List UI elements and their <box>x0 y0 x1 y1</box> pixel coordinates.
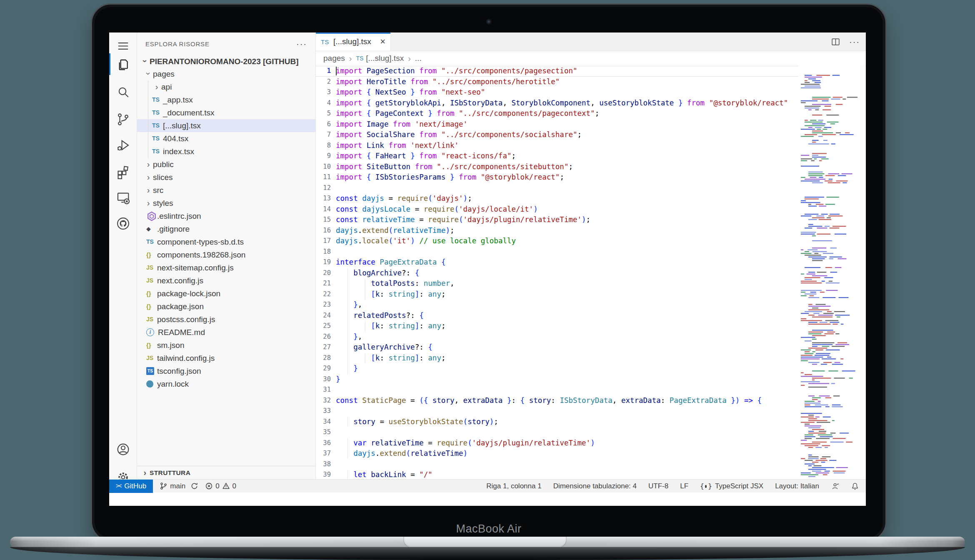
breadcrumb-item-file[interactable]: [...slug].tsx <box>366 54 404 63</box>
tree-item[interactable]: {}sm.json <box>137 339 315 352</box>
code-line[interactable]: 3import { NextSeo } from "next-seo" <box>316 87 798 98</box>
split-editor-icon[interactable] <box>830 37 841 47</box>
explorer-more-actions-icon[interactable]: ··· <box>296 42 307 46</box>
code-line[interactable]: 27 galleryArchive?: { <box>316 342 798 353</box>
tree-item[interactable]: TScomponent-types-sb.d.ts <box>137 235 315 248</box>
tree-item[interactable]: ›styles <box>137 197 315 210</box>
code-line[interactable]: 13const dayjs = require('dayjs'); <box>316 193 798 204</box>
tree-item[interactable]: {}package.json <box>137 300 315 313</box>
code-line[interactable]: 5import { PageContext } from "../src/com… <box>316 108 798 119</box>
tree-item[interactable]: {}package-lock.json <box>137 287 315 300</box>
tree-item[interactable]: ›pages <box>137 68 315 80</box>
code-line[interactable]: 35 <box>316 427 798 438</box>
code-line[interactable]: 1import PageSection from "../src/compone… <box>316 66 798 77</box>
braces-icon: { } <box>700 482 712 490</box>
tree-item[interactable]: {}components.198268.json <box>137 248 315 261</box>
github-icon[interactable] <box>109 213 137 233</box>
explorer-icon[interactable] <box>109 55 137 75</box>
code-line[interactable]: 39 let backLink = "/" <box>316 470 798 480</box>
encoding[interactable]: UTF-8 <box>648 482 668 490</box>
code-line[interactable]: 10import SiteButton from "../src/compone… <box>316 162 798 172</box>
source-control-icon[interactable] <box>109 109 137 129</box>
problems-item[interactable]: 0 0 <box>205 482 236 490</box>
code-area[interactable]: 1import PageSection from "../src/compone… <box>316 66 866 492</box>
code-line[interactable]: 34 story = useStoryblokState(story); <box>316 417 798 428</box>
tree-item[interactable]: TS_app.tsx <box>137 93 315 106</box>
code-line[interactable]: 17dayjs.locale('it') // use locale globa… <box>316 236 798 247</box>
code-line[interactable]: 9import { FaHeart } from "react-icons/fa… <box>316 151 798 162</box>
code-line[interactable]: 19interface PageExtraData { <box>316 257 798 268</box>
remote-explorer-icon[interactable] <box>109 188 137 208</box>
tree-item[interactable]: .eslintrc.json <box>137 210 315 222</box>
code-line[interactable]: 22 [k: string]: any; <box>316 289 798 300</box>
code-line[interactable]: 8import Link from 'next/link' <box>316 140 798 151</box>
remote-button[interactable]: >< GitHub <box>109 480 153 493</box>
extensions-icon[interactable] <box>109 162 137 182</box>
section-struttura[interactable]: › STRUTTURA <box>137 466 315 479</box>
tab-close-icon[interactable]: × <box>378 36 385 47</box>
sync-icon[interactable] <box>190 482 198 490</box>
code-line[interactable]: 31 <box>316 385 798 395</box>
feedback-icon[interactable] <box>831 482 839 490</box>
code-line[interactable]: 26 }, <box>316 332 798 342</box>
code-line[interactable]: 7import SocialShare from "../src/compone… <box>316 130 798 140</box>
code-line[interactable]: 33 <box>316 406 798 417</box>
tab-size[interactable]: Dimensione tabulazione: 4 <box>553 482 637 490</box>
tree-item[interactable]: ◆.gitignore <box>137 222 315 235</box>
code-line[interactable]: 38 <box>316 459 798 470</box>
tree-item[interactable]: TS[...slug].tsx <box>137 119 315 132</box>
tree-item[interactable]: ›slices <box>137 171 315 184</box>
line-number: 21 <box>316 278 331 289</box>
tree-item[interactable]: ›api <box>137 80 315 93</box>
code-line[interactable]: 32const StaticPage = ({ story, extraData… <box>316 395 798 406</box>
code-line[interactable]: 37 dayjs.extend(relativeTime) <box>316 448 798 459</box>
run-debug-icon[interactable] <box>109 135 137 155</box>
menu-icon[interactable] <box>109 36 137 56</box>
code-line[interactable]: 15const relativeTime = require('dayjs/pl… <box>316 215 798 225</box>
editor-more-actions-icon[interactable]: ··· <box>849 40 860 44</box>
tree-item[interactable]: ›public <box>137 158 315 171</box>
code-line[interactable]: 23 }, <box>316 300 798 310</box>
breadcrumb-item-symbol[interactable]: ... <box>415 54 422 63</box>
code-line[interactable]: 12 <box>316 183 798 194</box>
search-icon[interactable] <box>109 82 137 102</box>
vertical-scrollbar[interactable] <box>860 66 866 492</box>
code-line[interactable]: 24 relatedPosts?: { <box>316 310 798 321</box>
bell-icon[interactable] <box>851 482 859 490</box>
language-mode[interactable]: { } TypeScript JSX <box>700 482 763 490</box>
eol[interactable]: LF <box>680 482 688 490</box>
tree-item[interactable]: TS_document.tsx <box>137 106 315 119</box>
tree-item[interactable]: JStailwind.config.js <box>137 352 315 365</box>
code-line[interactable]: 29 } <box>316 363 798 374</box>
code-line[interactable]: 4import { getStoryblokApi, ISbStoryData,… <box>316 98 798 109</box>
tree-item[interactable]: TSindex.tsx <box>137 145 315 158</box>
tree-item[interactable]: TStsconfig.json <box>137 365 315 378</box>
code-line[interactable]: 25 [k: string]: any; <box>316 321 798 332</box>
code-line[interactable]: 21 totalPosts: number, <box>316 278 798 289</box>
tree-item[interactable]: ›src <box>137 184 315 197</box>
code-line[interactable]: 2import HeroTitle from "../src/component… <box>316 77 798 88</box>
code-line[interactable]: 14const dajysLocale = require('dayjs/loc… <box>316 204 798 215</box>
code-line[interactable]: 30} <box>316 374 798 385</box>
account-icon[interactable] <box>109 439 137 459</box>
tree-root[interactable]: › PIERANTONIOROMANO-2023 [GITHUB] <box>137 55 315 68</box>
minimap[interactable] <box>798 66 860 492</box>
branch-item[interactable]: main <box>160 482 198 490</box>
code-line[interactable]: 16dayjs.extend(relativeTime); <box>316 225 798 236</box>
tree-item[interactable]: TS404.tsx <box>137 132 315 145</box>
code-line[interactable]: 18 <box>316 247 798 258</box>
tree-item[interactable]: JSpostcss.config.js <box>137 313 315 326</box>
code-line[interactable]: 20 blogArchive?: { <box>316 268 798 279</box>
code-line[interactable]: 11import { ISbStoriesParams } from "@sto… <box>316 172 798 183</box>
code-line[interactable]: 6import Image from 'next/image' <box>316 119 798 130</box>
breadcrumb-item-pages[interactable]: pages <box>323 54 345 63</box>
code-line[interactable]: 36 var relativeTime = require('dayjs/plu… <box>316 438 798 449</box>
cursor-position[interactable]: Riga 1, colonna 1 <box>486 482 541 490</box>
layout-item[interactable]: Layout: Italian <box>775 482 819 490</box>
tree-item[interactable]: JSnext-sitemap.config.js <box>137 261 315 274</box>
tree-item[interactable]: yarn.lock <box>137 378 315 390</box>
tree-item[interactable]: iREADME.md <box>137 326 315 339</box>
tab-slug-tsx[interactable]: TS [...slug].tsx × <box>316 32 391 51</box>
tree-item[interactable]: JSnext.config.js <box>137 274 315 287</box>
code-line[interactable]: 28 [k: string]: any; <box>316 353 798 364</box>
